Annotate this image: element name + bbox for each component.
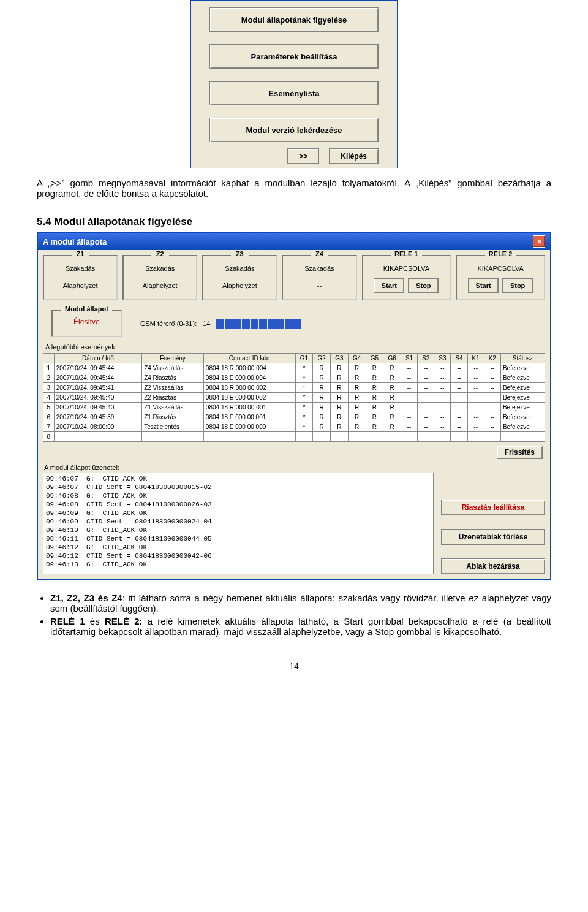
table-cell: -- [484, 383, 500, 393]
table-cell: Befejezve [500, 403, 545, 412]
rele-header: RELE 1 [391, 250, 422, 257]
table-cell: -- [467, 383, 484, 393]
table-cell: R [348, 412, 366, 422]
table-cell: 2007/10/24. 09:45:41 [54, 383, 141, 393]
table-cell: -- [467, 393, 484, 403]
table-cell: -- [401, 412, 417, 422]
table-cell: -- [484, 412, 500, 422]
table-cell: * [295, 383, 313, 393]
col-event: Esemény [142, 354, 204, 363]
messages-box: 09:46:07 G: CTID_ACK OK 09:46:07 CTID Se… [43, 473, 434, 574]
rele1-start-button[interactable]: Start [374, 278, 404, 293]
col-g5: G5 [366, 354, 383, 363]
event-table: Dátum / Idő Esemény Contact-ID kód G1 G2… [43, 353, 545, 442]
table-cell: R [348, 422, 366, 432]
table-cell [295, 432, 313, 442]
table-cell [434, 432, 451, 442]
table-cell: R [366, 422, 383, 432]
rele1-stop-button[interactable]: Stop [408, 278, 439, 293]
table-cell: -- [484, 363, 500, 373]
close-window-button[interactable]: Ablak bezárása [441, 558, 545, 574]
col-k2: K2 [484, 354, 500, 363]
col-idx [43, 354, 55, 363]
set-params-button[interactable]: Paraméterek beállítása [209, 44, 379, 69]
table-cell: -- [418, 393, 434, 403]
bullet-rele-lead2: RELÉ 2: [105, 616, 143, 626]
table-cell: Befejezve [500, 412, 545, 422]
table-cell: Z2 Riasztás [142, 393, 204, 403]
table-cell: 2007/10/24. 08:00:00 [54, 422, 141, 432]
table-cell: 2007/10/24. 09:45:40 [54, 393, 141, 403]
table-cell: Tesztjelentés [142, 422, 204, 432]
zone-state-line2: -- [283, 282, 355, 289]
table-cell: -- [484, 393, 500, 403]
table-cell [142, 432, 204, 442]
table-cell: -- [467, 373, 484, 383]
bullet-rele-lead1: RELÉ 1 [50, 616, 85, 626]
module-armed-value: Élesítve [61, 317, 112, 326]
table-cell: 2007/10/24. 09:45:39 [54, 412, 141, 422]
table-cell: -- [434, 422, 451, 432]
col-g3: G3 [331, 354, 349, 363]
table-cell: -- [434, 373, 451, 383]
stop-alarm-button[interactable]: Riasztás leállítása [441, 500, 545, 515]
zone-state-line2: Alaphelyzet [44, 282, 116, 289]
table-row: 72007/10/24. 08:00:00Tesztjelentés0804 1… [43, 422, 545, 432]
col-k1: K1 [467, 354, 484, 363]
table-cell: R [366, 383, 383, 393]
close-icon[interactable]: ✕ [533, 235, 545, 248]
table-cell: -- [484, 373, 500, 383]
zone-header: Z2 [151, 250, 169, 257]
table-cell: R [366, 412, 383, 422]
col-g4: G4 [348, 354, 366, 363]
event-list-button[interactable]: Eseménylista [209, 81, 379, 105]
table-cell: R [313, 363, 331, 373]
table-cell: R [313, 373, 331, 383]
rele2-start-button[interactable]: Start [468, 278, 499, 293]
table-cell: -- [434, 393, 451, 403]
table-cell: -- [401, 393, 417, 403]
refresh-button[interactable]: Frissítés [497, 446, 543, 459]
description-bullets: Z1, Z2, Z3 és Z4: itt látható sorra a né… [37, 593, 551, 637]
table-cell: 0804 18 R 000 00 002 [203, 383, 295, 393]
table-cell: R [331, 383, 349, 393]
table-cell: R [348, 393, 366, 403]
table-cell: -- [467, 422, 484, 432]
table-cell: -- [467, 363, 484, 373]
clear-messages-button[interactable]: Üzenetablak törlése [441, 529, 545, 545]
recent-events-label: A legutóbbi események: [45, 343, 545, 351]
table-cell: R [313, 383, 331, 393]
table-cell: -- [484, 403, 500, 412]
table-cell: R [383, 412, 401, 422]
table-cell [383, 432, 401, 442]
next-button[interactable]: >> [287, 148, 319, 164]
rele2-stop-button[interactable]: Stop [502, 278, 533, 293]
main-menu-panel: Modul állapotának figyelése Paraméterek … [190, 0, 398, 168]
table-cell [418, 432, 434, 442]
table-cell: -- [434, 412, 451, 422]
monitor-status-button[interactable]: Modul állapotának figyelése [209, 7, 379, 32]
table-cell: 4 [43, 393, 55, 403]
table-cell [451, 432, 467, 442]
bullet-zones-lead: Z1, Z2, Z3 és Z4 [50, 593, 123, 603]
table-cell: -- [451, 422, 467, 432]
table-cell: * [295, 412, 313, 422]
table-cell [331, 432, 349, 442]
table-cell [500, 432, 545, 442]
table-cell: Z4 Visszaállás [142, 363, 204, 373]
table-cell: -- [418, 422, 434, 432]
table-cell: -- [467, 403, 484, 412]
module-armed-header: Modul állapot [61, 305, 112, 313]
bullet-rele: RELÉ 1 és RELÉ 2: a relé kimenetek aktuá… [50, 616, 551, 637]
table-row: 32007/10/24. 09:45:41Z2 Visszaállás0804 … [43, 383, 545, 393]
gsm-label: GSM térerő (0-31): [140, 320, 197, 327]
query-version-button[interactable]: Modul verzió lekérdezése [209, 118, 379, 142]
messages-label: A modul állapot üzenetei: [44, 464, 434, 471]
exit-button[interactable]: Kilépés [329, 148, 379, 164]
col-g6: G6 [383, 354, 401, 363]
table-cell: 3 [43, 383, 55, 393]
table-cell: R [383, 403, 401, 412]
table-cell [484, 432, 500, 442]
table-cell: 0804 18 R 000 00 001 [203, 403, 295, 412]
table-cell: -- [418, 373, 434, 383]
